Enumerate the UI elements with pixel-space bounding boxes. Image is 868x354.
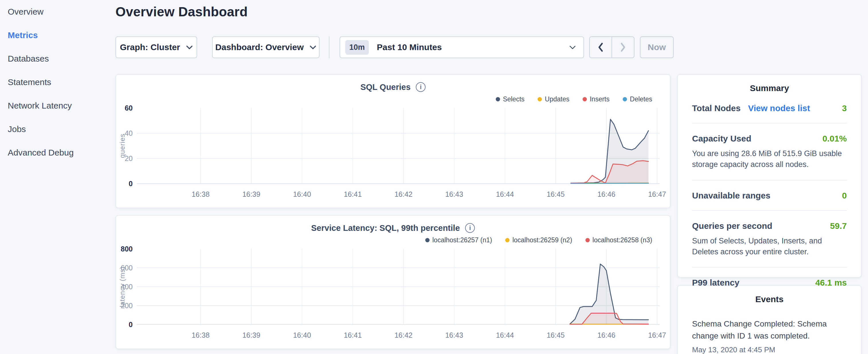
- summary-label: P99 latency: [692, 278, 739, 288]
- sidebar-item-databases[interactable]: Databases: [0, 47, 109, 70]
- event-list-item[interactable]: Schema Change Completed: Schema change w…: [692, 318, 847, 354]
- controls-divider: [329, 36, 330, 58]
- sidebar-item-advanced-debug[interactable]: Advanced Debug: [0, 141, 109, 164]
- legend-dot-icon: [623, 97, 627, 101]
- view-nodes-list-link[interactable]: View nodes list: [748, 103, 810, 113]
- service-latency-chart[interactable]: 0200400600800latency (ms)16:3816:3916:40…: [116, 244, 670, 345]
- sidebar: Overview Metrics Databases Statements Ne…: [0, 0, 109, 354]
- time-range-label: Past 10 Minutes: [377, 42, 569, 52]
- svg-text:800: 800: [121, 245, 133, 253]
- legend-dot-icon: [505, 238, 509, 242]
- events-panel: Events Schema Change Completed: Schema c…: [677, 285, 862, 354]
- svg-text:16:47: 16:47: [648, 331, 666, 339]
- chevron-down-icon: [309, 45, 316, 50]
- time-range-selector[interactable]: 10m Past 10 Minutes: [340, 36, 584, 58]
- svg-text:16:41: 16:41: [344, 190, 362, 198]
- svg-text:16:46: 16:46: [597, 190, 616, 198]
- main-content: Overview Dashboard Graph: Cluster Dashbo…: [116, 0, 862, 354]
- sidebar-item-metrics[interactable]: Metrics: [0, 24, 109, 47]
- svg-text:16:40: 16:40: [293, 331, 311, 339]
- page-title: Overview Dashboard: [116, 4, 862, 20]
- chart-title-row: SQL Queries i: [116, 82, 670, 94]
- sql-queries-chart[interactable]: 0204060queries16:3816:3916:4016:4116:421…: [116, 103, 670, 204]
- sidebar-item-overview[interactable]: Overview: [0, 0, 109, 24]
- svg-text:16:38: 16:38: [192, 190, 210, 198]
- legend-item[interactable]: localhost:26257 (n1): [425, 236, 492, 244]
- svg-text:0: 0: [129, 180, 133, 188]
- legend-dot-icon: [583, 97, 587, 101]
- summary-value: 0: [842, 191, 847, 200]
- svg-text:16:45: 16:45: [547, 190, 565, 198]
- legend-label: localhost:26258 (n3): [593, 236, 652, 244]
- summary-value: 59.7: [830, 221, 847, 231]
- summary-row-capacity-used: Capacity Used 0.01% You are using 28.6 M…: [692, 123, 847, 180]
- legend-dot-icon: [425, 238, 430, 242]
- summary-row-unavailable-ranges: Unavailable ranges 0: [692, 180, 847, 210]
- chart-title-row: Service Latency: SQL, 99th percentile i: [116, 223, 670, 234]
- legend-item[interactable]: Updates: [537, 95, 569, 103]
- chevron-right-icon: [620, 43, 626, 52]
- legend-label: localhost:26259 (n2): [513, 236, 572, 244]
- legend-item[interactable]: Selects: [496, 95, 524, 103]
- svg-text:16:41: 16:41: [344, 331, 362, 339]
- svg-text:16:38: 16:38: [192, 331, 210, 339]
- controls-bar: Graph: Cluster Dashboard: Overview 10m P…: [116, 36, 862, 58]
- time-step-buttons: [589, 36, 634, 58]
- legend-item[interactable]: Deletes: [623, 95, 652, 103]
- svg-text:16:44: 16:44: [496, 190, 514, 198]
- svg-text:16:39: 16:39: [242, 190, 260, 198]
- summary-label: Total Nodes: [692, 103, 741, 113]
- dashboard-dropdown[interactable]: Dashboard: Overview: [212, 36, 319, 58]
- summary-label: Capacity Used: [692, 134, 751, 143]
- chevron-left-icon: [598, 43, 603, 52]
- summary-value: 0.01%: [823, 134, 847, 143]
- sidebar-item-jobs[interactable]: Jobs: [0, 118, 109, 141]
- svg-text:16:42: 16:42: [395, 190, 413, 198]
- service-latency-chart-card: Service Latency: SQL, 99th percentile i …: [116, 215, 671, 349]
- chart-title: Service Latency: SQL, 99th percentile: [311, 223, 460, 232]
- svg-text:16:47: 16:47: [648, 190, 666, 198]
- legend-dot-icon: [585, 238, 590, 242]
- svg-text:60: 60: [125, 104, 133, 112]
- summary-row-total-nodes: Total Nodes View nodes list 3: [692, 93, 847, 123]
- legend-dot-icon: [496, 97, 500, 101]
- legend-label: localhost:26257 (n1): [432, 236, 492, 244]
- right-column: Summary Total Nodes View nodes list 3 Ca…: [677, 74, 862, 354]
- dashboard-content: SQL Queries i SelectsUpdatesInsertsDelet…: [116, 74, 862, 354]
- legend-label: Deletes: [630, 95, 652, 103]
- legend-item[interactable]: localhost:26259 (n2): [505, 236, 572, 244]
- svg-text:16:42: 16:42: [395, 331, 413, 339]
- info-icon[interactable]: i: [416, 82, 426, 92]
- event-text: Schema Change Completed: Schema change w…: [692, 318, 847, 342]
- summary-row-queries-per-second: Queries per second 59.7 Sum of Selects, …: [692, 210, 847, 267]
- now-button[interactable]: Now: [640, 36, 674, 58]
- svg-text:latency (ms): latency (ms): [118, 266, 126, 307]
- legend-item[interactable]: Inserts: [583, 95, 610, 103]
- svg-text:16:43: 16:43: [445, 331, 463, 339]
- svg-text:16:44: 16:44: [496, 331, 514, 339]
- dashboard-label: Dashboard: Overview: [215, 42, 304, 52]
- graph-scope-dropdown[interactable]: Graph: Cluster: [116, 36, 197, 58]
- svg-text:0: 0: [129, 321, 133, 328]
- svg-text:16:39: 16:39: [242, 331, 260, 339]
- legend-label: Updates: [545, 95, 569, 103]
- svg-text:16:40: 16:40: [293, 190, 311, 198]
- time-step-back-button[interactable]: [590, 37, 612, 58]
- time-step-forward-button[interactable]: [612, 37, 634, 58]
- chart-legend: localhost:26257 (n1)localhost:26259 (n2)…: [116, 236, 670, 244]
- legend-dot-icon: [537, 97, 542, 101]
- legend-label: Inserts: [590, 95, 610, 103]
- svg-text:16:46: 16:46: [597, 331, 616, 339]
- legend-item[interactable]: localhost:26258 (n3): [585, 236, 652, 244]
- summary-title: Summary: [692, 75, 847, 93]
- info-icon[interactable]: i: [465, 223, 475, 233]
- sidebar-item-network-latency[interactable]: Network Latency: [0, 94, 109, 118]
- chart-legend: SelectsUpdatesInsertsDeletes: [116, 95, 670, 103]
- legend-label: Selects: [503, 95, 524, 103]
- summary-subtext: Sum of Selects, Updates, Inserts, and De…: [692, 235, 847, 257]
- graph-scope-label: Graph: Cluster: [120, 42, 180, 52]
- event-timestamp: May 13, 2020 at 4:45 PM: [692, 345, 847, 354]
- sidebar-item-statements[interactable]: Statements: [0, 70, 109, 94]
- summary-label: Unavailable ranges: [692, 191, 770, 200]
- summary-label: Queries per second: [692, 221, 772, 231]
